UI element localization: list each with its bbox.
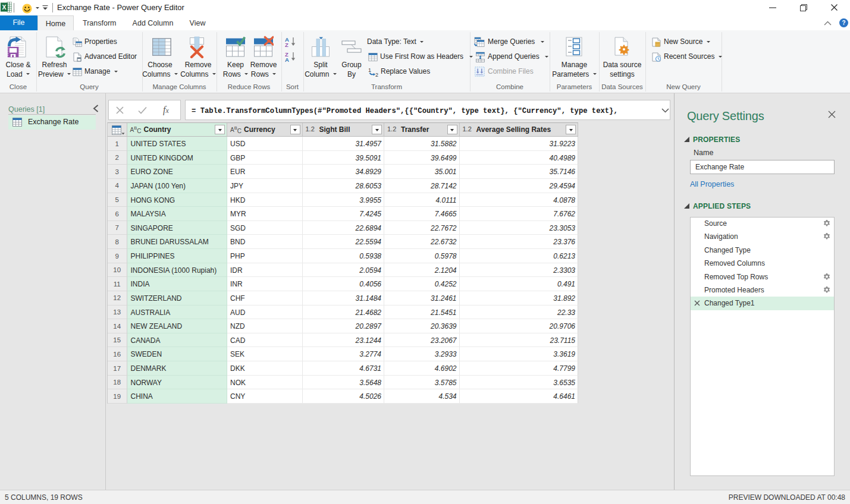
svg-text:X: X [2,4,6,11]
svg-text:A: A [285,56,289,62]
svg-text:?: ? [842,20,845,26]
svg-text:Z: Z [285,42,288,47]
svg-text:1: 1 [368,67,371,73]
svg-text:2: 2 [375,72,378,77]
